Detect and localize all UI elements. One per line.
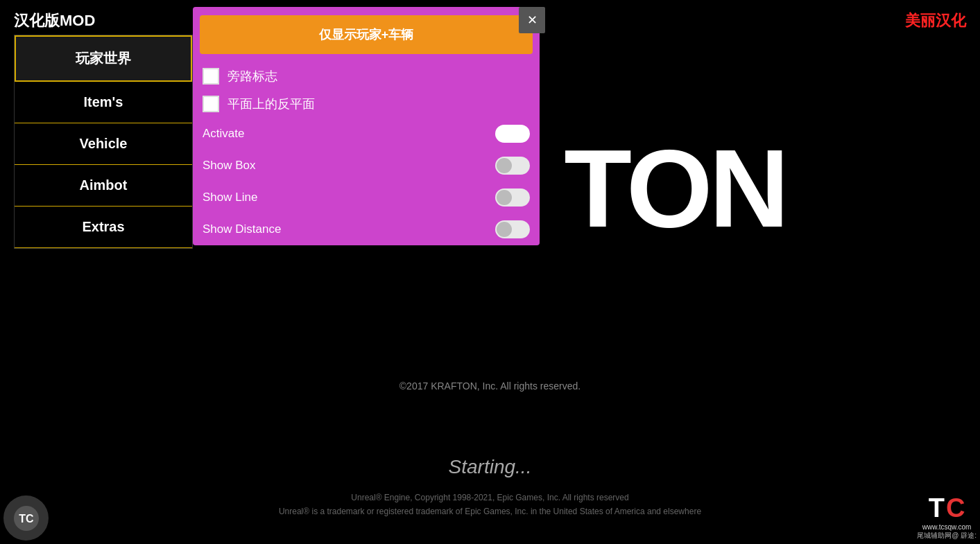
tc-t-char: T (929, 493, 945, 523)
sidebar-item-player-world[interactable]: 玩家世界 (15, 35, 192, 82)
show-box-toggle[interactable] (495, 157, 530, 175)
show-line-toggle-knob (497, 190, 512, 205)
tc-c-char: C (946, 493, 965, 523)
plane-anti-plane-checkbox[interactable] (203, 96, 219, 112)
show-distance-row: Show Distance (193, 213, 540, 245)
tc-subtext: 尾城辅助网@ 辟途: (917, 531, 977, 541)
show-line-label: Show Line (203, 191, 257, 204)
activate-toggle-knob (513, 126, 528, 141)
svg-text:TC: TC (19, 513, 34, 525)
brand-title: 美丽汉化 (905, 10, 966, 31)
activate-label: Activate (203, 127, 244, 141)
show-distance-label: Show Distance (203, 222, 281, 236)
bottom-left-icon: TC (3, 495, 49, 541)
copyright-text: ©2017 KRAFTON, Inc. All rights reserved. (399, 380, 581, 392)
unreal-text-2: Unreal® is a trademark or registered tra… (279, 507, 701, 516)
show-box-label: Show Box (203, 159, 256, 173)
pubg-logo: TON (564, 125, 786, 252)
sidebar-item-vehicle[interactable]: Vehicle (15, 123, 192, 165)
show-box-toggle-knob (497, 158, 512, 173)
bypass-sign-row: 旁路标志 (193, 62, 540, 90)
bypass-sign-checkbox[interactable] (203, 68, 219, 85)
bypass-sign-label: 旁路标志 (227, 68, 277, 85)
sidebar-item-aimbot[interactable]: Aimbot (15, 165, 192, 207)
overlay-panel: 仅显示玩家+车辆 旁路标志 平面上的反平面 Activate Show Box … (193, 7, 540, 245)
show-box-row: Show Box (193, 150, 540, 182)
show-distance-toggle[interactable] (495, 220, 530, 238)
sidebar-item-extras[interactable]: Extras (15, 207, 192, 248)
unreal-text-1: Unreal® Engine, Copyright 1998-2021, Epi… (351, 493, 628, 502)
activate-toggle[interactable] (495, 125, 530, 143)
activate-row: Activate (193, 118, 540, 150)
sidebar: 玩家世界 Item's Vehicle Aimbot Extras (14, 35, 193, 249)
only-show-players-vehicles-button[interactable]: 仅显示玩家+车辆 (200, 15, 533, 54)
app-title: 汉化版MOD (14, 10, 95, 31)
tc-community-logo: T C www.tcsqw.com 尾城辅助网@ 辟途: (917, 493, 977, 541)
sidebar-item-items[interactable]: Item's (15, 82, 192, 123)
show-distance-toggle-knob (497, 222, 512, 237)
show-line-toggle[interactable] (495, 188, 530, 207)
tc-website: www.tcsqw.com (922, 523, 972, 531)
show-line-row: Show Line (193, 182, 540, 213)
close-button[interactable]: ✕ (519, 7, 545, 33)
starting-text: Starting... (449, 456, 532, 478)
plane-anti-plane-row: 平面上的反平面 (193, 90, 540, 118)
plane-anti-plane-label: 平面上的反平面 (227, 96, 315, 112)
